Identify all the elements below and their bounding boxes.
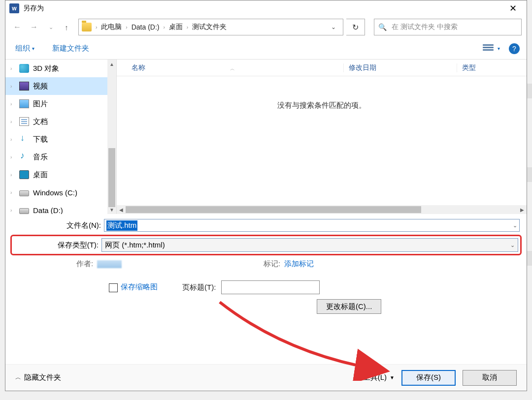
filename-input[interactable]: 测试.htm ⌄ — [104, 219, 520, 232]
tree-item-label: Windows (C:) — [33, 188, 77, 197]
page-title-field: 页标题(T): — [182, 280, 320, 294]
tree-item[interactable]: ›图片 — [5, 95, 116, 113]
breadcrumb-folder[interactable]: 测试文件夹 — [190, 23, 229, 31]
breadcrumb-drive[interactable]: Data (D:) — [130, 23, 162, 31]
filetype-select[interactable]: 网页 (*.htm;*.html) ⌄ — [101, 238, 518, 252]
tree-item[interactable]: ›音乐 — [5, 148, 116, 166]
organize-label: 组织 — [15, 44, 30, 53]
window-title: 另存为 — [23, 4, 44, 13]
search-placeholder: 在 测试文件夹 中搜索 — [392, 23, 458, 31]
nav-recent-dropdown[interactable]: ⌄ — [44, 20, 58, 34]
author-value[interactable] — [97, 260, 122, 268]
tools-dropdown[interactable]: 工具(L) ▼ — [363, 373, 395, 382]
meta-row: 作者: 标记: 添加标记 — [12, 259, 520, 269]
chevron-right-icon: › — [186, 25, 189, 30]
tree-item-label: 下载 — [33, 135, 48, 144]
hide-folders-button[interactable]: ︿ 隐藏文件夹 — [15, 373, 61, 382]
filename-value: 测试.htm — [106, 220, 137, 231]
tree-item-label: 3D 对象 — [33, 64, 59, 73]
dropdown-icon: ▾ — [498, 46, 500, 51]
tree-item[interactable]: ›下载 — [5, 130, 116, 148]
chevron-right-icon: › — [10, 84, 12, 89]
refresh-button[interactable]: ↻ — [346, 19, 365, 35]
column-type[interactable]: 类型 — [457, 63, 527, 72]
dropdown-icon[interactable]: ⌄ — [513, 222, 517, 229]
save-as-dialog: w 另存为 ✕ ← → ⌄ ↑ › 此电脑 › Data (D:) › 桌面 ›… — [5, 0, 527, 391]
tree-scrollbar[interactable]: ▲ ▼ — [107, 60, 116, 214]
view-list-icon — [483, 44, 494, 53]
page-title-input[interactable] — [221, 280, 320, 294]
save-thumbnail-checkbox[interactable]: 保存缩略图 — [109, 282, 158, 292]
column-name[interactable]: 名称 ︿ — [132, 63, 343, 72]
dropdown-icon: ▼ — [390, 375, 395, 380]
cancel-button[interactable]: 取消 — [463, 370, 517, 386]
chevron-right-icon: › — [10, 208, 12, 213]
tree-item[interactable]: ›视频 — [5, 77, 116, 95]
scroll-left-icon[interactable]: ◀ — [117, 205, 126, 214]
scroll-down-icon[interactable]: ▼ — [107, 205, 116, 214]
breadcrumb-desktop[interactable]: 桌面 — [167, 23, 185, 31]
filename-label: 文件名(N): — [12, 221, 104, 230]
tree-item[interactable]: ›Windows (C:) — [5, 184, 116, 201]
ico-3d-icon — [19, 64, 29, 73]
tree-item-label: 视频 — [33, 82, 48, 91]
form-section: 文件名(N): 测试.htm ⌄ 保存类型(T): 网页 (*.htm;*.ht… — [5, 214, 527, 314]
close-button[interactable]: ✕ — [503, 3, 523, 14]
horizontal-scrollbar[interactable]: ◀ ▶ — [117, 205, 527, 214]
address-dropdown-icon[interactable]: ⌄ — [327, 24, 340, 31]
ico-doc-icon — [19, 117, 29, 126]
tree-item[interactable]: ›3D 对象 — [5, 60, 116, 77]
footer: ︿ 隐藏文件夹 工具(L) ▼ 保存(S) 取消 — [5, 364, 527, 391]
ico-pic-icon — [19, 99, 29, 108]
column-date[interactable]: 修改日期 — [343, 63, 457, 72]
add-tag-link[interactable]: 添加标记 — [284, 259, 314, 269]
sort-indicator-icon: ︿ — [230, 65, 235, 72]
ico-music-icon — [19, 153, 29, 161]
save-button[interactable]: 保存(S) — [401, 370, 456, 386]
tree-item[interactable]: ›文档 — [5, 113, 116, 130]
change-title-row: 更改标题(C)... — [12, 299, 520, 314]
file-list-area: 名称 ︿ 修改日期 类型 没有与搜索条件匹配的项。 ◀ ▶ — [117, 60, 527, 214]
empty-message: 没有与搜索条件匹配的项。 — [117, 101, 527, 110]
new-folder-button[interactable]: 新建文件夹 — [49, 42, 92, 55]
scroll-up-icon[interactable]: ▲ — [107, 60, 116, 68]
chevron-right-icon: › — [10, 66, 12, 71]
tag-label: 标记: — [264, 259, 280, 269]
filetype-highlight-box: 保存类型(T): 网页 (*.htm;*.html) ⌄ — [10, 235, 522, 255]
chevron-right-icon: › — [10, 190, 12, 195]
change-title-button[interactable]: 更改标题(C)... — [317, 299, 381, 314]
tree-item[interactable]: ›Data (D:) — [5, 201, 116, 214]
nav-back-button[interactable]: ← — [10, 20, 24, 34]
tree-item-label: 文档 — [33, 117, 48, 126]
filename-row: 文件名(N): 测试.htm ⌄ — [12, 219, 520, 232]
filetype-label: 保存类型(T): — [14, 241, 101, 250]
dropdown-icon: ▾ — [32, 46, 34, 51]
tree-item-label: 桌面 — [33, 170, 48, 180]
thumbnail-row: 保存缩略图 页标题(T): — [12, 280, 520, 294]
author-field: 作者: — [76, 259, 264, 269]
chevron-right-icon: › — [10, 172, 12, 178]
folder-icon — [82, 23, 92, 31]
nav-up-button[interactable]: ↑ — [61, 21, 72, 33]
tree-item[interactable]: ›桌面 — [5, 166, 116, 184]
dropdown-icon[interactable]: ⌄ — [510, 242, 515, 248]
tag-field: 标记: 添加标记 — [264, 259, 314, 269]
help-button[interactable]: ? — [509, 43, 520, 54]
body-row: ›3D 对象›视频›图片›文档›下载›音乐›桌面›Windows (C:)›Da… — [5, 60, 527, 214]
chevron-right-icon: › — [95, 25, 98, 30]
view-mode-button[interactable]: ▾ — [480, 42, 503, 55]
nav-row: ← → ⌄ ↑ › 此电脑 › Data (D:) › 桌面 › 测试文件夹 ⌄… — [5, 16, 527, 38]
author-label: 作者: — [76, 259, 93, 269]
scroll-thumb[interactable] — [108, 148, 115, 207]
scroll-thumb[interactable] — [126, 206, 421, 213]
nav-forward-button[interactable]: → — [27, 20, 41, 34]
chevron-right-icon: › — [10, 137, 12, 142]
chevron-right-icon: › — [10, 101, 12, 107]
organize-button[interactable]: 组织 ▾ — [12, 42, 37, 55]
page-title-label: 页标题(T): — [182, 283, 216, 291]
chevron-right-icon: › — [162, 25, 166, 30]
search-input[interactable]: 🔍 在 测试文件夹 中搜索 — [374, 19, 522, 35]
breadcrumb-this-pc[interactable]: 此电脑 — [99, 23, 124, 31]
address-bar[interactable]: › 此电脑 › Data (D:) › 桌面 › 测试文件夹 ⌄ — [78, 19, 343, 35]
scroll-right-icon[interactable]: ▶ — [518, 205, 527, 214]
